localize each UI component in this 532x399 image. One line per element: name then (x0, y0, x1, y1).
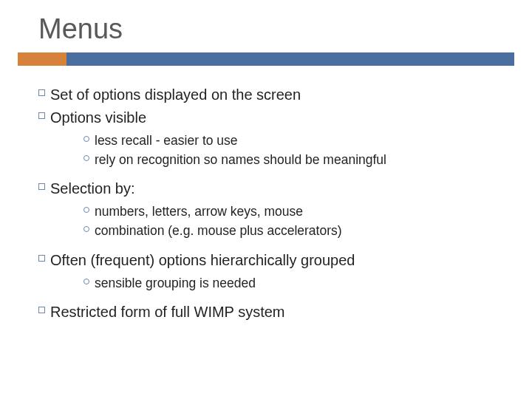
list-item: Set of options displayed on the screen (33, 85, 504, 105)
square-bullet-icon (33, 108, 50, 119)
sub-list: numbers, letters, arrow keys, mouse comb… (78, 203, 504, 239)
sub-list-item: rely on recognition so names should be m… (78, 151, 504, 169)
sub-list: less recall - easier to use rely on reco… (78, 132, 504, 168)
list-item-text: Often (frequent) options hierarchically … (50, 250, 504, 270)
list-item: Often (frequent) options hierarchically … (33, 250, 504, 270)
square-bullet-icon (33, 85, 50, 96)
sub-list-item-text: numbers, letters, arrow keys, mouse (95, 203, 504, 221)
sub-list-item: less recall - easier to use (78, 132, 504, 150)
sub-list-item: combination (e.g. mouse plus accelerator… (78, 222, 504, 240)
content: Set of options displayed on the screen O… (18, 85, 514, 322)
sub-list-item-text: sensible grouping is needed (95, 275, 504, 293)
slide: Menus Set of options displayed on the sc… (0, 0, 532, 399)
circle-bullet-icon (78, 275, 95, 284)
circle-bullet-icon (78, 132, 95, 142)
list-item: Options visible (33, 108, 504, 128)
list-item: Restricted form of full WIMP system (33, 302, 504, 322)
circle-bullet-icon (78, 151, 95, 161)
list-item: Selection by: (33, 179, 504, 199)
accent-bar (18, 52, 514, 66)
circle-bullet-icon (78, 222, 95, 232)
circle-bullet-icon (78, 203, 95, 213)
slide-title: Menus (38, 13, 514, 45)
list-item-text: Restricted form of full WIMP system (50, 302, 504, 322)
accent-bar-orange (18, 52, 66, 66)
sub-list-item-text: rely on recognition so names should be m… (95, 151, 504, 169)
sub-list: sensible grouping is needed (78, 275, 504, 293)
sub-list-item-text: less recall - easier to use (95, 132, 504, 150)
sub-list-item-text: combination (e.g. mouse plus accelerator… (95, 222, 504, 240)
accent-bar-blue (66, 52, 514, 66)
list-item-text: Set of options displayed on the screen (50, 85, 504, 105)
sub-list-item: numbers, letters, arrow keys, mouse (78, 203, 504, 221)
square-bullet-icon (33, 179, 50, 190)
square-bullet-icon (33, 302, 50, 313)
square-bullet-icon (33, 250, 50, 262)
list-item-text: Options visible (50, 108, 504, 128)
list-item-text: Selection by: (50, 179, 504, 199)
sub-list-item: sensible grouping is needed (78, 275, 504, 293)
